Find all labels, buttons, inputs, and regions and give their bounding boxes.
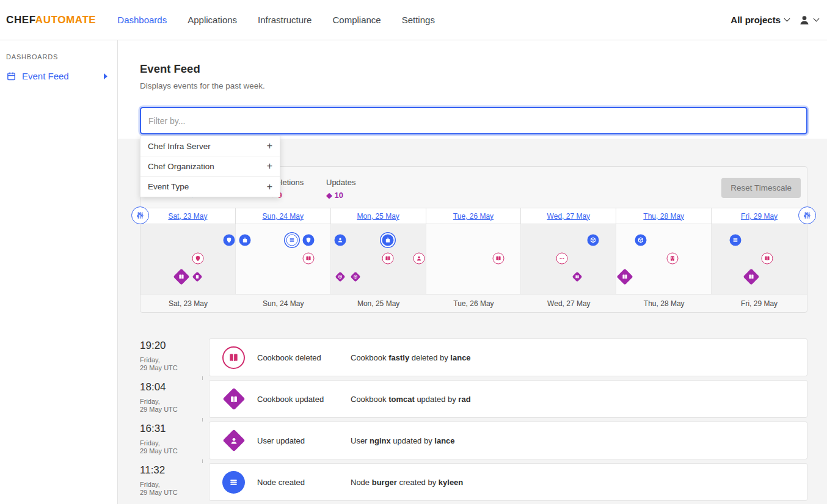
day-link-wed-27-may[interactable]: Wed, 27 May (521, 208, 616, 224)
nav-infrastructure[interactable]: Infrastructure (247, 0, 322, 40)
timescale-left-handle[interactable] (131, 206, 149, 224)
lines-icon (289, 237, 296, 244)
reset-timescale-button[interactable]: Reset Timescale (721, 178, 801, 198)
policyfile-created-event[interactable] (635, 235, 647, 246)
event-description: User nginx updated by lance (351, 436, 455, 445)
entity-name: lance (434, 436, 454, 445)
event-description: Node burger created by kyleen (351, 478, 463, 487)
filter-input[interactable] (140, 107, 807, 134)
day-label-sat-23-may: Sat, 23 May (140, 294, 236, 312)
book-icon (228, 352, 239, 363)
event-timestamp: 19:20Friday,29 May UTC (140, 338, 209, 376)
policyfile-updated-event[interactable] (335, 272, 346, 282)
entity-name: lance (450, 353, 470, 362)
person-icon (229, 436, 238, 445)
organization-deleted-event[interactable] (667, 253, 679, 265)
day-link-mon-25-may[interactable]: Mon, 25 May (331, 208, 426, 224)
book-diamond-icon (222, 388, 245, 411)
sidebar-item-label: Event Feed (22, 71, 69, 81)
client-deleted-event[interactable] (192, 253, 204, 265)
chevron-down-icon (784, 16, 790, 22)
person-icon (337, 237, 344, 244)
node-created-event[interactable] (730, 235, 741, 246)
book-icon (622, 274, 628, 280)
event-card[interactable]: User updatedUser nginx updated by lance (209, 422, 807, 459)
event-list: 19:20Friday,29 May UTCCookbook deletedCo… (140, 338, 807, 501)
cookbook-deleted-event[interactable] (303, 253, 315, 265)
day-label-fri-29-may: Fri, 29 May (712, 294, 807, 312)
event-date: 29 May UTC (140, 364, 209, 372)
client-created-event[interactable] (303, 235, 315, 246)
app-shell: DASHBOARDS Event Feed Event Feed Display… (0, 40, 827, 504)
cookbook-updated-event[interactable] (173, 269, 190, 285)
chef-automate-logo[interactable]: CHEFAUTOMATE (6, 14, 96, 26)
sidebar: DASHBOARDS Event Feed (0, 40, 118, 504)
event-card[interactable]: Cookbook updatedCookbook tomcat updated … (209, 380, 807, 418)
nav-compliance[interactable]: Compliance (322, 0, 391, 40)
policyfile-updated-event[interactable] (351, 272, 361, 282)
description-text: updated by (415, 395, 459, 404)
day-link-sun-24-may[interactable]: Sun, 24 May (236, 208, 331, 224)
filter-option-event-type[interactable]: Event Type+ (140, 177, 280, 197)
description-text: Cookbook (351, 353, 388, 362)
multiple-events-deleted[interactable] (556, 253, 568, 265)
topbar-right: All projects (730, 13, 818, 27)
nav-applications[interactable]: Applications (177, 0, 247, 40)
cookbook-updated-event[interactable] (572, 272, 583, 282)
book-icon (495, 255, 502, 262)
filter-option-label: Chef Organization (148, 162, 214, 171)
day-link-tue-26-may[interactable]: Tue, 26 May (426, 208, 522, 224)
policyfile-created-event[interactable] (588, 235, 599, 246)
cookbook-updated-event[interactable] (743, 269, 760, 285)
calendar-icon (6, 71, 16, 81)
databag-created-event-selected[interactable] (382, 235, 394, 246)
node-created-event-selected[interactable] (286, 235, 298, 246)
cookbook-deleted-event[interactable] (493, 253, 505, 265)
event-time: 18:04 (140, 381, 209, 393)
description-text: Node (351, 478, 372, 487)
description-text: deleted by (409, 353, 450, 362)
book-icon (305, 255, 312, 262)
event-type-label: User updated (257, 436, 351, 445)
event-description: Cookbook tomcat updated by rad (351, 395, 471, 404)
stat-label: Updates (326, 178, 355, 187)
cube-icon (338, 274, 343, 279)
event-card[interactable]: Cookbook deletedCookbook fastly deleted … (209, 338, 807, 376)
event-row: 18:04Friday,29 May UTCCookbook updatedCo… (140, 380, 807, 418)
cookbook-deleted-event[interactable] (762, 253, 773, 265)
client-created-event[interactable] (224, 235, 235, 246)
day-link-sat-23-may[interactable]: Sat, 23 May (140, 208, 236, 224)
user-deleted-event[interactable] (414, 253, 425, 265)
user-created-event[interactable] (335, 235, 346, 246)
projects-filter-dropdown[interactable]: All projects (730, 15, 789, 25)
stat-updates: Updates◆ 10 (326, 178, 355, 200)
day-link-fri-29-may[interactable]: Fri, 29 May (712, 208, 807, 224)
book-icon (229, 395, 238, 404)
cookbook-updated-event[interactable] (617, 269, 633, 285)
filter-option-chef-organization[interactable]: Chef Organization+ (140, 156, 280, 177)
databag-created-event[interactable] (239, 235, 251, 246)
nav-settings[interactable]: Settings (392, 0, 445, 40)
event-type-label: Cookbook deleted (257, 353, 351, 362)
sidebar-item-event-feed[interactable]: Event Feed (0, 68, 117, 84)
filter-option-chef-infra-server[interactable]: Chef Infra Server+ (140, 136, 280, 156)
day-label-thu-28-may: Thu, 28 May (616, 294, 712, 312)
timeline-day-labels: Sat, 23 MaySun, 24 MayMon, 25 MayTue, 26… (140, 294, 807, 312)
page-header: Event Feed Displays events for the past … (118, 40, 827, 139)
day-link-thu-28-may[interactable]: Thu, 28 May (616, 208, 712, 224)
timeline-event-icons (140, 224, 807, 294)
plus-icon: + (267, 182, 272, 192)
description-text: created by (397, 478, 439, 487)
event-timestamp: 16:31Friday,29 May UTC (140, 422, 209, 459)
event-type-label: Node created (257, 478, 351, 487)
event-card[interactable]: Node createdNode burger created by kylee… (209, 463, 807, 501)
timescale-right-handle[interactable] (798, 206, 816, 224)
cookbook-deleted-event[interactable] (382, 253, 394, 265)
arrow-right-icon (104, 73, 107, 79)
nav-dashboards[interactable]: Dashboards (107, 0, 177, 40)
entity-name: nginx (370, 436, 391, 445)
person-icon (416, 255, 423, 262)
organization-updated-event[interactable] (192, 272, 203, 282)
user-menu[interactable] (798, 13, 818, 27)
logo-automate: AUTOMATE (35, 14, 97, 26)
